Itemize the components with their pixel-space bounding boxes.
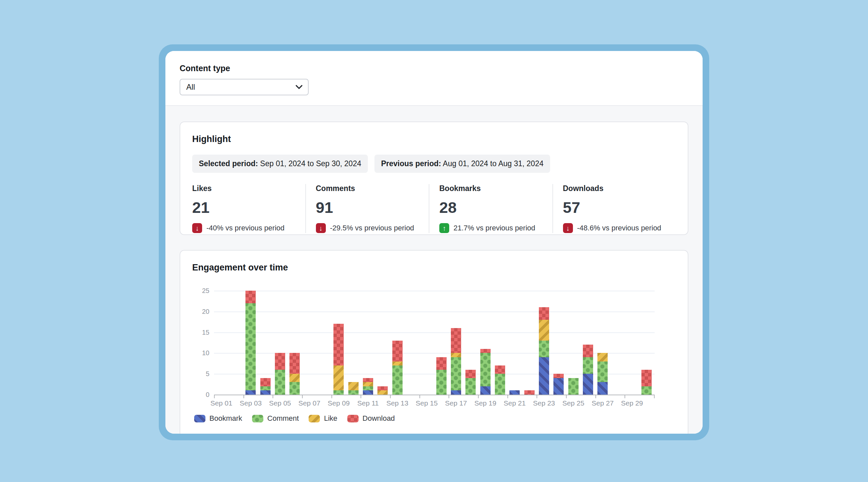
axis-tick bbox=[448, 395, 449, 398]
bar-segment-like-sep-17[interactable] bbox=[451, 353, 461, 357]
y-tick-label: 10 bbox=[192, 349, 209, 357]
dashboard-main: Highlight Selected period: Sep 01, 2024 … bbox=[165, 106, 703, 434]
bar-segment-like-sep-12[interactable] bbox=[377, 390, 388, 395]
bar-segment-comment-sep-09[interactable] bbox=[334, 390, 344, 395]
bar-segment-like-sep-09[interactable] bbox=[334, 366, 344, 390]
content-type-select[interactable]: All bbox=[180, 79, 309, 95]
x-tick-label: Sep 13 bbox=[382, 399, 412, 407]
axis-tick bbox=[361, 395, 361, 398]
content-type-label: Content type bbox=[180, 63, 688, 73]
x-tick-label: Sep 11 bbox=[353, 399, 383, 407]
bar-segment-download-sep-04[interactable] bbox=[260, 378, 271, 386]
bar-segment-download-sep-26[interactable] bbox=[583, 345, 593, 357]
x-tick-label: Sep 01 bbox=[207, 399, 236, 407]
bar-segment-bookmark-sep-19[interactable] bbox=[480, 386, 491, 395]
x-tick-label: Sep 05 bbox=[265, 399, 295, 407]
legend-item-comment[interactable]: Comment bbox=[252, 414, 299, 423]
bar-segment-comment-sep-13[interactable] bbox=[392, 366, 403, 395]
y-tick-label: 5 bbox=[192, 370, 209, 378]
bar-segment-comment-sep-23[interactable] bbox=[539, 341, 549, 357]
bar-segment-download-sep-30[interactable] bbox=[642, 370, 652, 386]
bar-segment-download-sep-23[interactable] bbox=[539, 307, 549, 320]
bar-segment-like-sep-23[interactable] bbox=[539, 320, 549, 341]
content-type-selected-value: All bbox=[186, 82, 195, 92]
axis-tick bbox=[595, 395, 596, 398]
stat-change-text: 21.7% vs previous period bbox=[454, 224, 535, 232]
bar-segment-bookmark-sep-11[interactable] bbox=[363, 390, 373, 395]
bar-segment-download-sep-19[interactable] bbox=[480, 349, 491, 353]
selected-period-value: Sep 01, 2024 to Sep 30, 2024 bbox=[260, 159, 361, 168]
stacked-bar-chart: 0510152025Sep 01Sep 03Sep 05Sep 07Sep 09… bbox=[192, 281, 676, 414]
y-tick-label: 15 bbox=[192, 329, 209, 336]
bar-segment-download-sep-12[interactable] bbox=[377, 386, 388, 391]
axis-tick bbox=[654, 395, 655, 398]
highlight-title: Highlight bbox=[192, 134, 676, 145]
bar-segment-comment-sep-17[interactable] bbox=[451, 357, 461, 390]
filter-header: Content type All bbox=[165, 51, 703, 106]
bar-segment-comment-sep-19[interactable] bbox=[480, 353, 491, 386]
bar-segment-download-sep-05[interactable] bbox=[275, 353, 285, 369]
bar-segment-download-sep-18[interactable] bbox=[465, 370, 476, 378]
bar-segment-comment-sep-10[interactable] bbox=[348, 390, 359, 395]
bar-segment-bookmark-sep-24[interactable] bbox=[553, 378, 564, 395]
stat-change-text: -48.6% vs previous period bbox=[577, 224, 661, 232]
bar-segment-comment-sep-20[interactable] bbox=[495, 374, 505, 395]
bar-segment-download-sep-03[interactable] bbox=[245, 291, 256, 303]
bar-segment-bookmark-sep-03[interactable] bbox=[245, 390, 256, 395]
bar-segment-download-sep-24[interactable] bbox=[553, 374, 564, 378]
x-tick-label: Sep 07 bbox=[294, 399, 324, 407]
bar-segment-comment-sep-06[interactable] bbox=[289, 382, 300, 395]
x-tick-label: Sep 17 bbox=[441, 399, 471, 407]
bar-segment-comment-sep-11[interactable] bbox=[363, 386, 373, 391]
bar-segment-comment-sep-05[interactable] bbox=[275, 370, 285, 395]
bar-segment-bookmark-sep-17[interactable] bbox=[451, 390, 461, 395]
legend-item-bookmark[interactable]: Bookmark bbox=[194, 414, 242, 423]
bar-segment-download-sep-06[interactable] bbox=[289, 353, 300, 374]
bar-segment-like-sep-13[interactable] bbox=[392, 362, 403, 366]
bar-segment-download-sep-17[interactable] bbox=[451, 328, 461, 353]
bar-segment-like-sep-06[interactable] bbox=[289, 374, 300, 382]
legend-label: Comment bbox=[267, 414, 299, 423]
previous-period-value: Aug 01, 2024 to Aug 31, 2024 bbox=[443, 159, 544, 168]
x-tick-label: Sep 23 bbox=[529, 399, 559, 407]
bar-segment-bookmark-sep-26[interactable] bbox=[583, 374, 593, 395]
stat-likes: Likes 21 ↓ -40% vs previous period bbox=[192, 184, 305, 233]
bar-segment-bookmark-sep-23[interactable] bbox=[539, 357, 549, 395]
axis-tick bbox=[273, 395, 273, 398]
axis-tick bbox=[507, 395, 508, 398]
highlight-card: Highlight Selected period: Sep 01, 2024 … bbox=[180, 121, 688, 235]
legend-item-like[interactable]: Like bbox=[309, 414, 337, 423]
x-tick-label: Sep 29 bbox=[617, 399, 647, 407]
stat-label: Likes bbox=[192, 184, 305, 193]
bar-segment-download-sep-11[interactable] bbox=[363, 378, 373, 382]
stat-change-text: -40% vs previous period bbox=[207, 224, 284, 232]
chart-title: Engagement over time bbox=[192, 262, 676, 273]
bar-segment-comment-sep-04[interactable] bbox=[260, 386, 271, 391]
legend-swatch-like-icon bbox=[309, 415, 320, 422]
stat-value: 91 bbox=[316, 198, 429, 217]
x-tick-label: Sep 25 bbox=[558, 399, 588, 407]
bar-segment-comment-sep-16[interactable] bbox=[436, 370, 446, 395]
bar-segment-download-sep-22[interactable] bbox=[524, 390, 534, 395]
bar-segment-bookmark-sep-04[interactable] bbox=[260, 390, 271, 395]
bar-segment-download-sep-16[interactable] bbox=[436, 357, 446, 370]
bar-segment-download-sep-20[interactable] bbox=[495, 366, 505, 374]
bar-segment-comment-sep-26[interactable] bbox=[583, 357, 593, 374]
trend-down-icon: ↓ bbox=[563, 223, 573, 233]
bar-segment-comment-sep-18[interactable] bbox=[465, 378, 476, 395]
bar-segment-bookmark-sep-21[interactable] bbox=[509, 390, 520, 395]
bar-segment-download-sep-13[interactable] bbox=[392, 341, 403, 362]
bar-segment-comment-sep-27[interactable] bbox=[597, 362, 608, 382]
bar-segment-like-sep-10[interactable] bbox=[348, 382, 359, 390]
bar-segment-comment-sep-30[interactable] bbox=[642, 386, 652, 395]
x-axis-line bbox=[214, 395, 655, 395]
bar-segment-bookmark-sep-27[interactable] bbox=[597, 382, 608, 395]
bar-segment-download-sep-09[interactable] bbox=[334, 324, 344, 366]
legend-item-download[interactable]: Download bbox=[347, 414, 395, 423]
bar-segment-comment-sep-25[interactable] bbox=[568, 378, 579, 395]
trend-up-icon: ↑ bbox=[439, 223, 449, 233]
x-tick-label: Sep 27 bbox=[588, 399, 618, 407]
bar-segment-comment-sep-03[interactable] bbox=[245, 303, 256, 391]
bar-segment-like-sep-11[interactable] bbox=[363, 382, 373, 386]
bar-segment-like-sep-27[interactable] bbox=[597, 353, 608, 361]
